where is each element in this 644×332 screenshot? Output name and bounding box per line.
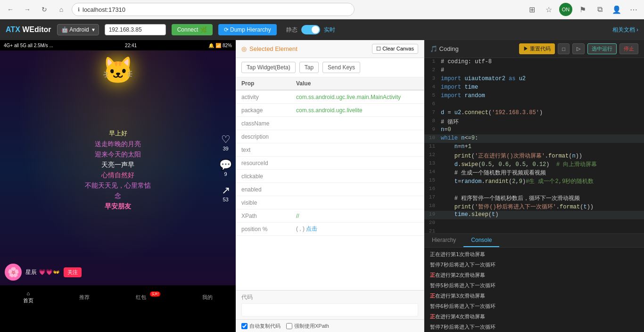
console-line-7: 正在进行第4次滑动屏幕 bbox=[424, 312, 644, 322]
code-icon-btn-1[interactable]: □ bbox=[558, 43, 570, 54]
coding-panel: 🎵 Coding ▶ 重置代码 □ ▷ 选中运行 停止 1 # coding: … bbox=[424, 40, 644, 332]
code-line-15: 15 t=random.randint(2,9)#生 成一个2,9秒的随机数 bbox=[424, 177, 644, 185]
props-table: activity com.ss.android.ugc.live.main.Ma… bbox=[236, 91, 424, 290]
address-bar[interactable]: ℹ localhost:17310 bbox=[72, 3, 355, 16]
code-line-2: 2 # bbox=[424, 66, 644, 75]
code-line-17: 17 # 程序暂停一个随机秒数后，循环下一次滑动视频 bbox=[424, 194, 644, 202]
user-avatar[interactable]: 🌸 bbox=[5, 264, 22, 281]
prop-val-clickable bbox=[292, 174, 424, 178]
clear-canvas-label: ☐ Clear Canvas bbox=[376, 46, 414, 52]
prop-val-description bbox=[292, 135, 424, 139]
code-line-14: 14 # 生成一个随机数用于视频观看视频 bbox=[424, 168, 644, 177]
coding-actions: ▶ 重置代码 □ ▷ 选中运行 停止 bbox=[519, 43, 638, 54]
realtime-label: 实时 bbox=[324, 26, 335, 34]
tab-hierarchy[interactable]: Hierarchy bbox=[424, 234, 463, 247]
battery-status: 🔔 📶 82% bbox=[208, 43, 232, 48]
element-actions: Tap Widget(Beta) Tap Send Keys bbox=[236, 58, 424, 77]
connect-button[interactable]: Connect 🌿 bbox=[172, 24, 213, 35]
favorites-button[interactable]: ☆ bbox=[542, 3, 555, 16]
console-line-3: 正在进行第2次滑动屏幕 bbox=[424, 270, 644, 281]
prop-val-enabled bbox=[292, 188, 424, 191]
share-button[interactable]: ↗ 53 bbox=[222, 184, 230, 202]
share-icon: ↗ bbox=[222, 184, 230, 197]
back-button[interactable]: ← bbox=[4, 3, 17, 16]
code-line-21: 21 bbox=[424, 228, 644, 233]
prop-key-resourceid: resourceId bbox=[236, 158, 292, 168]
right-actions: ♡ 39 💬 9 ↗ 53 bbox=[219, 133, 232, 202]
tap-widget-button[interactable]: Tap Widget(Beta) bbox=[241, 62, 296, 73]
phone-screen[interactable]: 4G+ all 5G all 2.5M/s ... 22:41 🔔 📶 82% … bbox=[0, 40, 236, 332]
address-text: localhost:17310 bbox=[83, 6, 125, 13]
run-selected-button[interactable]: 选中运行 bbox=[587, 43, 617, 54]
position-click[interactable]: 点击 bbox=[306, 225, 317, 232]
prop-key-clickable: clickable bbox=[236, 171, 292, 182]
poem-line-6: 不能天天见，心里常惦 bbox=[0, 180, 236, 191]
code-line-1: 1 # coding: utf-8 bbox=[424, 58, 644, 66]
poem-line-1: 早上好 bbox=[0, 128, 236, 139]
auto-copy-checkbox[interactable]: 自动复制代码 bbox=[241, 323, 281, 330]
browser-toolbar: ← → ↻ ⌂ ℹ localhost:17310 ⊞ ☆ ON ⚑ ⧉ 👤 ⋯ bbox=[0, 0, 644, 19]
related-doc-link[interactable]: 相关文档 › bbox=[612, 26, 638, 34]
prop-row-xpath: XPath // bbox=[236, 209, 424, 223]
follow-button[interactable]: 关注 bbox=[64, 267, 82, 277]
nav-item-redpacket[interactable]: 红包实时 bbox=[136, 294, 157, 301]
code-editor[interactable]: 1 # coding: utf-8 2 # 3 import uiautomat… bbox=[424, 58, 644, 233]
code-label: 代码 bbox=[241, 293, 418, 301]
profile-button[interactable]: ON bbox=[559, 3, 572, 16]
selected-element-header: ◎ Selected Element ☐ Clear Canvas bbox=[236, 40, 424, 58]
nav-item-home[interactable]: ⌂ 首页 bbox=[23, 290, 33, 304]
highlight-text: 正 bbox=[430, 272, 435, 278]
element-inspector-panel: ◎ Selected Element ☐ Clear Canvas Tap Wi… bbox=[236, 40, 424, 332]
force-xpath-checkbox[interactable]: 强制使用XPath bbox=[286, 323, 329, 330]
prop-row-text: text bbox=[236, 143, 424, 157]
home-nav-icon: ⌂ bbox=[26, 290, 30, 296]
code-icon-btn-2[interactable]: ▷ bbox=[572, 43, 585, 54]
poem-line-5: 心情自然好 bbox=[0, 170, 236, 180]
prop-val-classname bbox=[292, 122, 424, 125]
console-line-2: 暂停7秒后将进入下一次循环 bbox=[424, 260, 644, 270]
dump-hierarchy-button[interactable]: ⟳ Dump Hierarchy bbox=[218, 24, 277, 35]
poem-line-7: 念 bbox=[0, 191, 236, 201]
phone-status-bar: 4G+ all 5G all 2.5M/s ... 22:41 🔔 📶 82% bbox=[0, 40, 236, 50]
comment-button[interactable]: 💬 9 bbox=[219, 159, 232, 177]
prop-key-enabled: enabled bbox=[236, 184, 292, 195]
selected-title: Selected Element bbox=[249, 45, 297, 52]
user-name-row: 星辰 💗💗👐 关注 bbox=[25, 267, 82, 277]
rerun-button[interactable]: ▶ 重置代码 bbox=[519, 43, 555, 54]
user-icon[interactable]: 👤 bbox=[610, 3, 623, 16]
collections-button[interactable]: ⚑ bbox=[576, 3, 589, 16]
clear-canvas-button[interactable]: ☐ Clear Canvas bbox=[372, 44, 418, 54]
forward-button[interactable]: → bbox=[21, 3, 34, 16]
refresh-button[interactable]: ↻ bbox=[38, 3, 51, 16]
tab-console[interactable]: Console bbox=[463, 234, 499, 247]
auto-copy-input[interactable] bbox=[241, 323, 248, 329]
share-count: 53 bbox=[223, 197, 228, 202]
extensions-button[interactable]: ⊞ bbox=[525, 3, 538, 16]
send-keys-button[interactable]: Send Keys bbox=[322, 62, 360, 73]
bottom-tabs: Hierarchy Console 正在进行第1次滑动屏幕 暂停7秒后将进入下一… bbox=[424, 233, 644, 332]
realtime-toggle[interactable] bbox=[301, 25, 320, 34]
browser-actions: ⊞ ☆ ON ⚑ ⧉ 👤 ⋯ bbox=[525, 3, 640, 16]
force-xpath-input[interactable] bbox=[286, 323, 292, 329]
comment-count: 9 bbox=[224, 171, 227, 177]
nav-item-recommended[interactable]: 推荐 bbox=[79, 294, 90, 301]
home-button[interactable]: ⌂ bbox=[55, 3, 68, 16]
split-button[interactable]: ⧉ bbox=[593, 3, 606, 16]
me-nav-label: 我的 bbox=[202, 294, 213, 301]
tap-button[interactable]: Tap bbox=[299, 62, 319, 73]
poem-line-2: 送走昨晚的月亮 bbox=[0, 139, 236, 149]
more-button[interactable]: ⋯ bbox=[627, 3, 640, 16]
prop-row-visible: visible bbox=[236, 196, 424, 209]
device-select[interactable]: 🤖 Android ▾ bbox=[57, 24, 99, 35]
like-button[interactable]: ♡ 39 bbox=[221, 133, 231, 151]
coding-title: 🎵 Coding bbox=[430, 45, 459, 52]
prop-val-activity: com.ss.android.ugc.live.main.MainActivit… bbox=[292, 92, 424, 102]
prop-key-visible: visible bbox=[236, 198, 292, 208]
highlight-text-3: 正 bbox=[430, 314, 435, 320]
prop-row-clickable: clickable bbox=[236, 170, 424, 183]
prop-row-activity: activity com.ss.android.ugc.live.main.Ma… bbox=[236, 91, 424, 104]
stop-button[interactable]: 停止 bbox=[619, 43, 638, 54]
nav-item-me[interactable]: 我的 bbox=[202, 294, 213, 301]
ip-input[interactable] bbox=[105, 24, 166, 35]
chevron-down-icon: ▾ bbox=[92, 26, 95, 33]
